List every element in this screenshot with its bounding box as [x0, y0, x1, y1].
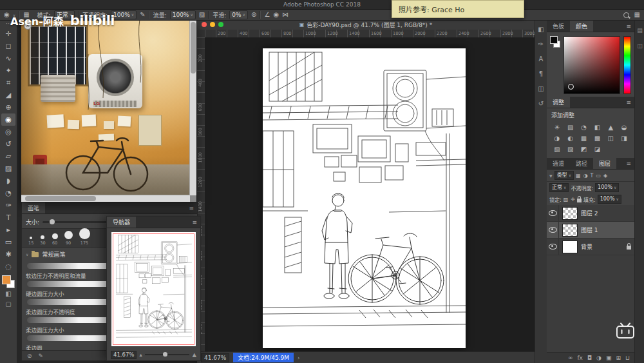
brush-panel-toggle-icon[interactable]: ▦	[23, 11, 29, 19]
status-zoom-field[interactable]: 41.67%	[201, 353, 229, 362]
paragraph-panel-icon[interactable]: ¶	[539, 70, 543, 77]
threshold-icon[interactable]: ▨	[564, 144, 577, 154]
airbrush-icon[interactable]: ▨	[199, 11, 205, 19]
eraser-tool[interactable]: ▱	[1, 150, 15, 162]
brush-tool[interactable]: ◉	[1, 113, 15, 126]
tab-adjustments[interactable]: 调整	[547, 97, 570, 108]
document-title-bar[interactable]: ▣ 色彩-DAY90.psd @ 41.7% (图层 1, RGB/8*) *	[197, 19, 535, 30]
navigator-zoom-slider[interactable]	[145, 354, 190, 355]
canvas[interactable]	[263, 48, 466, 348]
posterize-icon[interactable]: ▧	[551, 144, 564, 154]
chevron-down-icon[interactable]: ∨	[13, 13, 15, 17]
brush-settings-icon[interactable]: ✎	[39, 353, 44, 359]
opacity-pressure-icon[interactable]: ✎	[140, 11, 145, 19]
smoothing-select[interactable]: 0%∨	[229, 10, 248, 19]
gradient-map-icon[interactable]: ◩	[578, 144, 591, 154]
panel-menu-icon[interactable]: ≡	[623, 21, 634, 32]
brightness-contrast-icon[interactable]: ☀	[551, 122, 564, 132]
panel-menu-icon[interactable]: ≡	[623, 158, 634, 169]
layer-opacity-field[interactable]: 100%∨	[595, 183, 619, 192]
selective-color-icon[interactable]: ◪	[591, 144, 604, 154]
adjustment-filter-icon[interactable]: ◑	[583, 173, 588, 179]
crop-tool[interactable]: ⌗	[1, 77, 15, 89]
brush-tool-preset-icon[interactable]: ◉	[4, 11, 10, 19]
brush-tip-preset[interactable]: 90	[64, 231, 73, 246]
pixel-filter-icon[interactable]: ▦	[576, 173, 581, 179]
status-document-size[interactable]: 文档:24.9M/45.9M	[233, 353, 294, 362]
chevron-down-icon[interactable]: ∨	[26, 252, 28, 257]
quick-selection-tool[interactable]: ✦	[1, 64, 15, 77]
flow-select[interactable]: 100%∨	[170, 10, 196, 19]
color-fg-bg-swatch[interactable]	[550, 36, 560, 49]
history-brush-tool[interactable]: ↺	[1, 138, 15, 150]
panel-menu-icon[interactable]: ≡	[189, 217, 200, 228]
brush-tip-preset[interactable]: 175	[79, 228, 90, 246]
marquee-tool[interactable]: ◻	[1, 40, 15, 52]
hue-slider[interactable]	[623, 36, 631, 94]
hand-tool[interactable]: ✱	[1, 248, 15, 260]
visibility-eye-icon[interactable]	[549, 244, 557, 250]
properties-panel-icon[interactable]: ◧	[538, 26, 544, 33]
lock-all-icon[interactable]	[577, 199, 582, 202]
layer-group-icon[interactable]: ▣	[606, 355, 612, 361]
horizontal-scrollbar[interactable]	[21, 195, 190, 202]
minimize-window-icon[interactable]	[210, 22, 215, 27]
layer-name[interactable]: 背景	[581, 242, 623, 251]
layer-name[interactable]: 图层 1	[581, 226, 631, 234]
adjustment-layer-icon[interactable]: ◑	[596, 355, 601, 361]
collapsed-panel-icon-1[interactable]: ▤	[637, 27, 643, 34]
blur-tool[interactable]: ◗	[1, 175, 15, 187]
zoom-tool[interactable]: ◌	[1, 260, 15, 273]
brush-stroke-toggle-icon[interactable]: ⊘	[27, 353, 32, 359]
layer-row[interactable]: 图层 1	[547, 222, 634, 239]
tab-swatches[interactable]: 色板	[547, 21, 570, 32]
collapsed-panel-icon-2[interactable]: ◫	[637, 43, 643, 49]
layer-thumbnail[interactable]	[562, 224, 578, 237]
gradient-tool[interactable]: ▨	[1, 162, 15, 175]
link-layers-icon[interactable]: ∞	[568, 355, 573, 361]
smoothing-gear-icon[interactable]: ⊛	[251, 11, 256, 19]
layer-row[interactable]: 背景	[547, 239, 634, 255]
foreground-color-swatch[interactable]	[2, 275, 11, 284]
layer-filter-select[interactable]: 类型∨	[554, 171, 574, 180]
vertical-scrollbar[interactable]	[189, 19, 196, 195]
type-filter-icon[interactable]: T	[591, 173, 594, 179]
reference-window[interactable]: × LG	[21, 19, 196, 202]
close-icon[interactable]: ×	[24, 22, 32, 30]
zoom-window-icon[interactable]	[218, 22, 223, 27]
type-tool[interactable]: T	[1, 211, 15, 224]
brush-tip-preset[interactable]: 30	[40, 235, 45, 246]
new-layer-icon[interactable]: ⊞	[616, 355, 621, 361]
lasso-tool[interactable]: ∿	[1, 52, 15, 64]
tab-paths[interactable]: 路径	[570, 158, 593, 169]
color-cursor[interactable]	[568, 84, 574, 90]
saturation-brightness-picker[interactable]	[564, 36, 620, 94]
foreground-background-swatch[interactable]	[2, 275, 15, 288]
quick-mask-icon[interactable]: ◧	[1, 288, 15, 299]
brush-tip-preset[interactable]: 15	[28, 237, 33, 246]
tab-channels[interactable]: 通道	[547, 158, 570, 169]
workspace-icon[interactable]: ▦	[634, 11, 640, 19]
visibility-eye-icon[interactable]	[549, 227, 557, 233]
path-selection-tool[interactable]: ▸	[1, 224, 15, 236]
channel-mixer-icon[interactable]: ▩	[591, 133, 604, 143]
invert-icon[interactable]: ◨	[618, 133, 630, 143]
lock-position-icon[interactable]: ✛	[571, 197, 575, 202]
tab-color[interactable]: 颜色	[570, 21, 593, 32]
tab-navigator[interactable]: 导航器	[107, 217, 136, 228]
panel-menu-icon[interactable]: ≡	[623, 97, 634, 108]
lock-transparency-icon[interactable]: ▨	[564, 197, 569, 202]
vibrance-icon[interactable]: ▲	[604, 122, 617, 132]
layer-fill-field[interactable]: 100%∨	[598, 195, 621, 204]
pen-tool[interactable]: ✑	[1, 199, 15, 211]
panel-menu-icon[interactable]: ≡	[185, 202, 197, 213]
shape-tool[interactable]: ▭	[1, 236, 15, 248]
clone-stamp-tool[interactable]: ◎	[1, 126, 15, 138]
layer-effects-icon[interactable]: fx	[577, 355, 583, 361]
curves-icon[interactable]: ◔	[578, 122, 591, 132]
tab-layers[interactable]: 图层	[593, 158, 616, 169]
opacity-select[interactable]: 100%∨	[111, 10, 137, 19]
navigator-zoom-field[interactable]: 41.67%	[111, 351, 137, 359]
toolbar-ellipsis-icon[interactable]: ···	[6, 21, 12, 28]
zoom-out-icon[interactable]: ▴	[139, 351, 142, 358]
